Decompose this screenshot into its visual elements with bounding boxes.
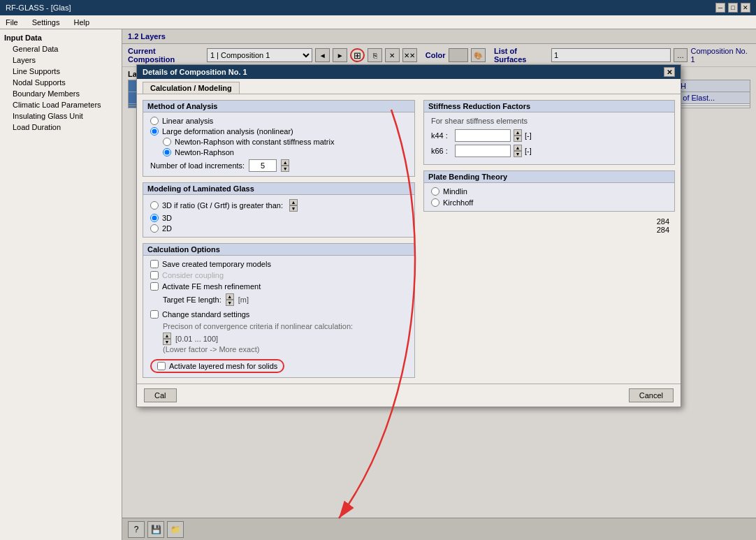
radio-2d[interactable]: 2D <box>150 224 407 233</box>
k44-input[interactable] <box>455 129 511 142</box>
cancel-button[interactable]: Cancel <box>629 388 674 402</box>
modal-close-button[interactable]: ✕ <box>664 67 675 77</box>
plate-radio-group: Mindlin Kirchhoff <box>431 187 667 207</box>
checkbox-save-models[interactable]: Save created temporary models <box>150 260 407 268</box>
load-increments-row: Number of load increments: 5 ▲ ▼ <box>150 159 407 172</box>
maximize-button[interactable]: □ <box>728 3 738 13</box>
target-fe-label: Target FE length: <box>163 295 221 304</box>
precision-note: (Lower factor -> More exact) <box>163 345 407 353</box>
checkbox-change-standard[interactable]: Change standard settings <box>150 310 407 319</box>
plate-bending-body: Mindlin Kirchhoff <box>424 183 674 211</box>
right-table-values: 284 284 <box>423 217 675 234</box>
radio-linear[interactable]: Linear analysis <box>150 117 407 125</box>
sidebar-item-climatic-load[interactable]: Climatic Load Parameters <box>0 99 122 110</box>
radio-newton-constant[interactable]: Newton-Raphson with constant stiffness m… <box>150 138 407 146</box>
fe-spinner-down[interactable]: ▼ <box>226 300 234 306</box>
k44-label: k44 : <box>431 131 452 140</box>
k66-up[interactable]: ▲ <box>514 145 522 151</box>
checkbox-label-change-standard: Change standard settings <box>162 310 249 319</box>
modeling-panel-title: Modeling of Laminated Glass <box>143 183 414 195</box>
radio-input-2d[interactable] <box>150 224 159 233</box>
table-val1: 284 <box>423 217 669 226</box>
checkbox-input-fe-mesh[interactable] <box>150 282 159 291</box>
menu-settings[interactable]: Settings <box>29 17 63 27</box>
precision-down[interactable]: ▼ <box>163 339 171 345</box>
modal-dialog: Details of Composition No. 1 ✕ Calculati… <box>136 64 681 407</box>
modeling-panel-body: 3D if ratio (Gt / Grtf) is greater than:… <box>143 195 414 237</box>
radio-label-mindlin: Mindlin <box>443 187 467 196</box>
tab-calculation-modeling[interactable]: Calculation / Modeling <box>143 82 240 94</box>
radio-kirchhoff[interactable]: Kirchhoff <box>431 198 667 207</box>
k44-unit: [-] <box>525 131 532 140</box>
checkbox-label-consider-coupling: Consider coupling <box>162 271 224 279</box>
k44-up[interactable]: ▲ <box>514 129 522 136</box>
radio-input-newton-raphson[interactable] <box>163 148 171 156</box>
sidebar-item-line-supports[interactable]: Line Supports <box>0 66 122 77</box>
radio-input-kirchhoff[interactable] <box>431 198 439 207</box>
radio-input-3d[interactable] <box>150 214 159 222</box>
activate-layered-highlight: Activate layered mesh for solids <box>150 359 284 373</box>
title-bar-buttons: ─ □ ✕ <box>715 3 750 13</box>
sidebar-item-insulating-glass[interactable]: Insulating Glass Unit <box>0 110 122 122</box>
k44-down[interactable]: ▼ <box>514 136 522 142</box>
menu-file[interactable]: File <box>3 17 21 27</box>
checkbox-input-change-standard[interactable] <box>150 310 159 319</box>
radio-label-3d: 3D <box>162 214 172 222</box>
sidebar-item-layers[interactable]: Layers <box>0 54 122 66</box>
radio-large-deformation[interactable]: Large deformation analysis (nonlinear) <box>150 127 407 136</box>
spinner-down[interactable]: ▼ <box>281 166 289 172</box>
checkbox-fe-mesh[interactable]: Activate FE mesh refinement <box>150 282 407 291</box>
precision-up[interactable]: ▲ <box>163 333 171 339</box>
close-button[interactable]: ✕ <box>741 3 750 13</box>
activate-layered-row: Activate layered mesh for solids <box>150 359 407 373</box>
radio-input-mindlin[interactable] <box>431 187 439 196</box>
k66-down[interactable]: ▼ <box>514 151 522 157</box>
radio-input-newton-constant[interactable] <box>163 138 171 146</box>
radio-input-linear[interactable] <box>150 117 159 125</box>
checkbox-input-save-models[interactable] <box>150 260 159 268</box>
modal-title: Details of Composition No. 1 <box>143 68 247 76</box>
3d-ratio-up[interactable]: ▲ <box>289 199 298 205</box>
spinner-up[interactable]: ▲ <box>281 159 289 166</box>
radio-mindlin[interactable]: Mindlin <box>431 187 667 196</box>
radio-input-large-deformation[interactable] <box>150 127 159 136</box>
radio-newton-raphson[interactable]: Newton-Raphson <box>150 148 407 156</box>
k44-spinner: ▲ ▼ <box>514 129 522 142</box>
checkbox-input-consider-coupling[interactable] <box>150 271 159 279</box>
k66-label: k66 : <box>431 147 452 155</box>
modal-bottom: Cancel Cal <box>137 384 681 407</box>
radio-label-newton-raphson: Newton-Raphson <box>175 148 234 156</box>
modeling-radio-group: 3D if ratio (Gt / Grtf) is greater than:… <box>150 199 407 233</box>
for-shear-label: For shear stiffness elements <box>431 117 667 125</box>
target-fe-row: Target FE length: ▲ ▼ [m] <box>163 293 407 306</box>
radio-input-3d-ratio[interactable] <box>150 201 159 210</box>
load-increments-spinner: ▲ ▼ <box>281 159 289 172</box>
precision-label: Precison of convergence criteria if nonl… <box>163 321 407 331</box>
sidebar: Input Data General Data Layers Line Supp… <box>0 29 122 540</box>
sidebar-item-nodal-supports[interactable]: Nodal Supports <box>0 77 122 88</box>
cal-button[interactable]: Cal <box>144 388 177 402</box>
fe-spinner-up[interactable]: ▲ <box>226 293 234 300</box>
sidebar-item-general-data[interactable]: General Data <box>0 43 122 54</box>
menu-help[interactable]: Help <box>71 17 92 27</box>
fe-unit: [m] <box>238 295 249 304</box>
modal-body: Method of Analysis Linear analysis <box>137 94 681 384</box>
checkbox-consider-coupling[interactable]: Consider coupling <box>150 271 407 279</box>
3d-ratio-spinner: ▲ ▼ <box>289 199 298 212</box>
table-val2: 284 <box>423 226 669 234</box>
k44-row: k44 : ▲ ▼ [-] <box>431 129 667 142</box>
radio-label-linear: Linear analysis <box>162 117 213 125</box>
load-increments-input[interactable]: 5 <box>249 159 277 172</box>
minimize-button[interactable]: ─ <box>715 3 725 13</box>
sidebar-section-title: Input Data <box>0 32 122 43</box>
sidebar-item-boundary-members[interactable]: Boundary Members <box>0 88 122 99</box>
load-increments-label: Number of load increments: <box>150 161 245 170</box>
title-bar: RF-GLASS - [Glas] ─ □ ✕ <box>0 0 756 15</box>
radio-3d-ratio[interactable]: 3D if ratio (Gt / Grtf) is greater than:… <box>150 199 407 212</box>
checkbox-input-activate-layered[interactable] <box>157 362 166 370</box>
radio-3d[interactable]: 3D <box>150 214 407 222</box>
k66-input[interactable] <box>455 145 511 157</box>
modal-left-panel: Method of Analysis Linear analysis <box>143 100 415 378</box>
sidebar-item-load-duration[interactable]: Load Duration <box>0 122 122 133</box>
3d-ratio-down[interactable]: ▼ <box>289 205 298 212</box>
